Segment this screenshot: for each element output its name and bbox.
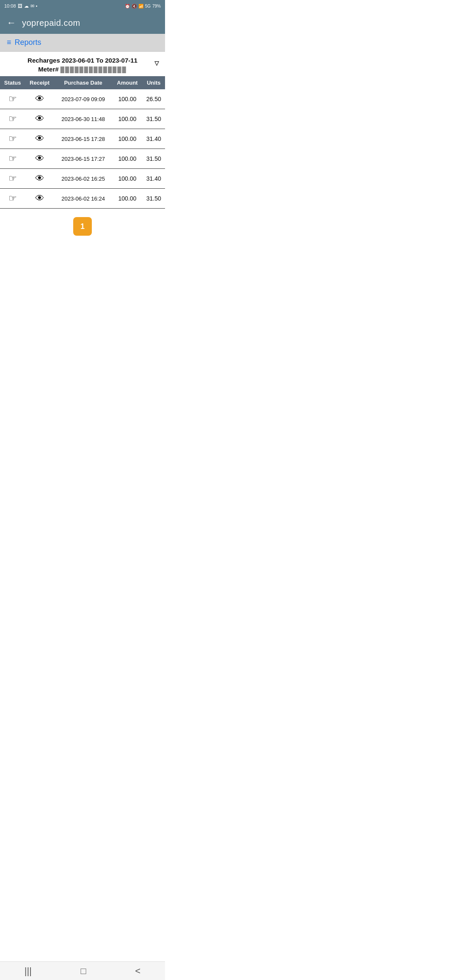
amount-cell: 100.00 — [112, 149, 142, 169]
status-cell[interactable]: ☞ — [0, 129, 25, 149]
units-cell: 31.40 — [142, 129, 165, 149]
back-button[interactable]: ← — [7, 17, 16, 28]
col-header-units: Units — [142, 76, 165, 89]
wifi-icon: 📶 — [138, 4, 143, 8]
status-bar: 10:08 🖼 ☁ ✉ • ⏰ 🔇 📶 5G 79% — [0, 0, 165, 12]
status-cell[interactable]: ☞ — [0, 149, 25, 169]
col-header-status: Status — [0, 76, 25, 89]
meter-value: ██████████████ — [61, 66, 127, 73]
purchase-date-cell: 2023-06-02 16:25 — [54, 169, 113, 189]
status-cell[interactable]: ☞ — [0, 169, 25, 189]
hand-icon[interactable]: ☞ — [8, 153, 17, 164]
table-row: ☞👁2023-06-15 17:28100.0031.40 — [0, 129, 165, 149]
table-row: ☞👁2023-07-09 09:09100.0026.50 — [0, 89, 165, 109]
date-range: 2023-06-01 To 2023-07-11 — [62, 57, 138, 64]
amount-cell: 100.00 — [112, 189, 142, 209]
signal-icon: 5G — [145, 4, 151, 8]
receipt-cell[interactable]: 👁 — [25, 169, 54, 189]
eye-icon[interactable]: 👁 — [35, 94, 44, 105]
filter-icon[interactable]: ▿ — [154, 58, 159, 69]
units-cell: 31.50 — [142, 189, 165, 209]
recharges-label: Recharges — [28, 57, 60, 64]
mute-icon: 🔇 — [132, 4, 137, 8]
report-info: Recharges 2023-06-01 To 2023-07-11 Meter… — [0, 52, 165, 76]
hand-icon[interactable]: ☞ — [8, 193, 17, 204]
status-left: 10:08 🖼 ☁ ✉ • — [4, 3, 37, 9]
nav-bar: ← yoprepaid.com — [0, 12, 165, 34]
receipt-cell[interactable]: 👁 — [25, 129, 54, 149]
hand-icon[interactable]: ☞ — [8, 173, 17, 184]
report-title-line: Recharges 2023-06-01 To 2023-07-11 — [7, 57, 158, 64]
hand-icon[interactable]: ☞ — [8, 113, 17, 124]
pagination: 1 — [0, 209, 165, 244]
eye-icon[interactable]: 👁 — [35, 113, 44, 124]
table-row: ☞👁2023-06-15 17:27100.0031.50 — [0, 149, 165, 169]
time-display: 10:08 — [4, 3, 16, 8]
units-cell: 26.50 — [142, 89, 165, 109]
mail-icon: ✉ — [30, 3, 34, 9]
units-cell: 31.40 — [142, 169, 165, 189]
amount-cell: 100.00 — [112, 129, 142, 149]
battery-display: 79% — [152, 4, 161, 8]
menu-icon[interactable]: ≡ — [7, 38, 11, 47]
status-right: ⏰ 🔇 📶 5G 79% — [125, 4, 161, 8]
table-row: ☞👁2023-06-02 16:24100.0031.50 — [0, 189, 165, 209]
amount-cell: 100.00 — [112, 169, 142, 189]
report-meter-line: Meter# ██████████████ — [7, 66, 158, 73]
page-1-button[interactable]: 1 — [73, 217, 92, 236]
dot-indicator: • — [36, 3, 38, 8]
nav-title: yoprepaid.com — [22, 18, 80, 28]
purchase-date-cell: 2023-06-15 17:27 — [54, 149, 113, 169]
table-row: ☞👁2023-06-02 16:25100.0031.40 — [0, 169, 165, 189]
receipt-cell[interactable]: 👁 — [25, 89, 54, 109]
status-cell[interactable]: ☞ — [0, 109, 25, 129]
status-cell[interactable]: ☞ — [0, 89, 25, 109]
purchase-date-cell: 2023-06-30 11:48 — [54, 109, 113, 129]
eye-icon[interactable]: 👁 — [35, 173, 44, 184]
eye-icon[interactable]: 👁 — [35, 133, 44, 144]
hand-icon[interactable]: ☞ — [8, 94, 17, 105]
hand-icon[interactable]: ☞ — [8, 133, 17, 144]
purchase-date-cell: 2023-06-15 17:28 — [54, 129, 113, 149]
alarm-icon: ⏰ — [125, 4, 130, 8]
col-header-amount: Amount — [112, 76, 142, 89]
eye-icon[interactable]: 👁 — [35, 193, 44, 204]
table-header-row: Status Receipt Purchase Date Amount Unit… — [0, 76, 165, 89]
col-header-receipt: Receipt — [25, 76, 54, 89]
col-header-purchase-date: Purchase Date — [54, 76, 113, 89]
status-cell[interactable]: ☞ — [0, 189, 25, 209]
meter-label: Meter# — [38, 66, 58, 73]
receipt-cell[interactable]: 👁 — [25, 189, 54, 209]
amount-cell: 100.00 — [112, 89, 142, 109]
receipt-cell[interactable]: 👁 — [25, 109, 54, 129]
purchase-date-cell: 2023-07-09 09:09 — [54, 89, 113, 109]
recharges-table: Status Receipt Purchase Date Amount Unit… — [0, 76, 165, 209]
cloud-icon: ☁ — [24, 3, 29, 9]
table-row: ☞👁2023-06-30 11:48100.0031.50 — [0, 109, 165, 129]
reports-label: Reports — [15, 38, 41, 47]
units-cell: 31.50 — [142, 149, 165, 169]
units-cell: 31.50 — [142, 109, 165, 129]
reports-header[interactable]: ≡ Reports — [0, 34, 165, 52]
purchase-date-cell: 2023-06-02 16:24 — [54, 189, 113, 209]
amount-cell: 100.00 — [112, 109, 142, 129]
photo-icon: 🖼 — [18, 3, 22, 8]
eye-icon[interactable]: 👁 — [35, 153, 44, 164]
receipt-cell[interactable]: 👁 — [25, 149, 54, 169]
